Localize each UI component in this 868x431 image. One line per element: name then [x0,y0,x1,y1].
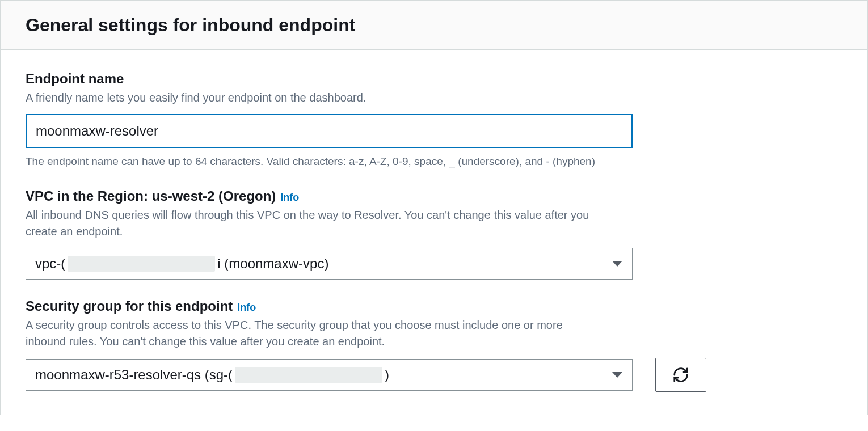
vpc-hint: All inbound DNS queries will flow throug… [26,207,593,240]
field-endpoint-name: Endpoint name A friendly name lets you e… [26,70,842,170]
security-group-label: Security group for this endpoint [26,298,233,315]
vpc-id-redacted [68,256,215,272]
vpc-select[interactable]: vpc-( i (moonmaxw-vpc) [26,248,633,280]
sg-selected-prefix: moonmaxw-r53-resolver-qs (sg-( [35,360,233,390]
field-security-group: Security group for this endpoint Info A … [26,298,842,392]
security-group-info-link[interactable]: Info [237,301,256,314]
vpc-selected-suffix: i (moonmaxw-vpc) [217,248,328,279]
endpoint-name-constraint: The endpoint name can have up to 64 char… [26,154,842,170]
endpoint-name-input[interactable] [26,114,633,148]
refresh-icon [672,366,689,383]
field-vpc: VPC in the Region: us-west-2 (Oregon) In… [26,188,842,280]
sg-selected-suffix: ) [385,360,389,390]
security-group-refresh-button[interactable] [655,358,706,392]
vpc-label: VPC in the Region: us-west-2 (Oregon) [26,188,276,205]
vpc-info-link[interactable]: Info [280,191,299,204]
security-group-select[interactable]: moonmaxw-r53-resolver-qs (sg-( ) [26,359,633,391]
endpoint-name-hint: A friendly name lets you easily find you… [26,90,593,106]
endpoint-name-label: Endpoint name [26,70,842,87]
panel-body: Endpoint name A friendly name lets you e… [1,50,867,415]
page-title: General settings for inbound endpoint [26,14,842,36]
security-group-hint: A security group controls access to this… [26,317,593,350]
settings-panel: General settings for inbound endpoint En… [0,0,868,415]
panel-header: General settings for inbound endpoint [1,1,867,50]
vpc-selected-prefix: vpc-( [35,248,65,279]
sg-id-redacted [235,367,382,383]
